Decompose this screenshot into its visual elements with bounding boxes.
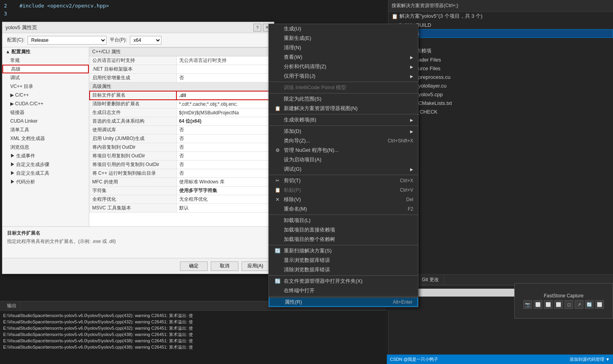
prop-name-arch: 首选的生成工具体系结构 (90, 117, 176, 126)
fs-icon-region[interactable]: ⬜ (554, 300, 563, 309)
tree-item-build-events[interactable]: ▶ 生成事件 (2, 151, 89, 160)
solution-item[interactable]: 📁 Header Files (388, 55, 613, 64)
tree-item-cuda-linker[interactable]: CUDA Linker (2, 117, 89, 125)
tree-item-advanced[interactable]: 高级 (2, 65, 89, 73)
ctx-menu-item[interactable]: 重命名(M) F2 (269, 204, 418, 214)
fs-icon-window[interactable]: ⬜ (544, 300, 553, 309)
ctx-menu-item[interactable]: 限定为此范围(S) (269, 94, 418, 104)
prop-row-lto[interactable]: 全程序优化 无全程序优化 (90, 195, 274, 204)
ctx-menu-item[interactable]: ⚙ 管理 NuGet 程序包(N)... (269, 146, 418, 155)
ctx-menu-item[interactable]: 仅用于项目(J) ▶ (269, 71, 418, 81)
ctx-menu-item[interactable]: 显示浏览数据库错误 (269, 256, 418, 265)
ctx-menu-item[interactable]: 添加(D) ▶ (269, 127, 418, 136)
prop-row-clr-support[interactable]: 公共语言运行时支持 无公共语言运行时支持 (90, 56, 274, 65)
solution-item[interactable]: 📁 Source Files (388, 64, 613, 73)
tree-item-cuda[interactable]: ▶ CUDA C/C++ (2, 99, 89, 108)
prop-row-managed[interactable]: 启用托管增量生成 否 (90, 74, 274, 82)
prop-row-clean-ext[interactable]: 清除时要删除的扩展名 *.cdf;*.cache;*.obj;*.obj.enc… (90, 100, 274, 108)
prop-row-unity[interactable]: 启用 Unity (JUMBO)生成 否 (90, 134, 274, 143)
tree-item-general[interactable]: 常规 (2, 56, 89, 65)
ctx-menu-item[interactable]: 调试(G) ▶ (269, 164, 418, 174)
prop-row-ext[interactable]: 目标文件扩展名 .dll (90, 91, 274, 100)
apply-button[interactable]: 应用(A) (242, 261, 269, 271)
prop-row-msvc[interactable]: MSVC 工具集版本 默认 (90, 204, 274, 213)
ctx-item-label: 清理(N) (284, 44, 413, 51)
ctx-item-label: 管理 NuGet 程序包(N)... (284, 147, 413, 154)
ctx-menu-item[interactable]: 查看(W) ▶ (269, 52, 418, 62)
fs-icon-scroll[interactable]: ◻ (564, 300, 573, 309)
solution-item[interactable]: ERO_CHECK (388, 107, 613, 116)
cancel-button[interactable]: 取消 (211, 261, 238, 271)
prop-row-copy-proj-ref[interactable]: 将项目引用复制到 OutDir 否 (90, 152, 274, 161)
prop-row-copy-sym[interactable]: 将项目引用的符号复制到 OutDir 否 (90, 161, 274, 169)
ctx-menu-item[interactable]: 在终端中打开 (269, 286, 418, 295)
prop-val-arch: 64 位(x64) (176, 117, 274, 126)
ctx-menu-item[interactable]: 属性(R) Alt+Enter (269, 297, 418, 307)
prop-row-mfc[interactable]: MFC 的使用 使用标准 Windows 库 (90, 178, 274, 187)
tree-item-xml-gen[interactable]: XML 文档生成器 (2, 134, 89, 143)
prop-row-debug-lib[interactable]: 使用调试库 否 (90, 126, 274, 134)
ctx-menu-item[interactable]: ✂ 剪切(T) Ctrl+X (269, 176, 418, 185)
ctx-item-label: 剪切(T) (284, 177, 400, 184)
tree-item-browse[interactable]: 浏览信息 (2, 143, 89, 151)
ctx-menu-item[interactable]: 卸载项目(L) (269, 216, 418, 225)
fs-icon-camera[interactable]: 📷 (523, 300, 532, 309)
ctx-menu-item[interactable]: 类向导(Z)... Ctrl+Shift+X (269, 136, 418, 146)
platform-select[interactable]: x64 (130, 36, 161, 45)
tree-item-code-analysis[interactable]: ▶ 代码分析 (2, 177, 89, 186)
tree-item-debug[interactable]: 调试 (2, 73, 89, 82)
ctx-item-label: 添加(D) (284, 128, 407, 135)
dialog-question-btn[interactable]: ? (253, 24, 261, 32)
ctx-item-label: 移除(V) (284, 196, 406, 203)
output-tab[interactable]: 输出 (3, 301, 21, 310)
prop-row-log[interactable]: 生成日志文件 $(IntDir)$(MSBuildProjectNa (90, 108, 274, 117)
ctx-submenu-arrow: ▶ (410, 129, 413, 134)
ctx-menu-item[interactable]: 生成(U) (269, 24, 418, 34)
solution-item[interactable]: 📄 preprocess.cu (388, 73, 613, 81)
ctx-menu-item[interactable]: 📋 新建解决方案资源管理器视图(N) (269, 104, 418, 113)
ctx-menu-item[interactable]: ✕ 移除(V) Del (269, 195, 418, 204)
prop-name-managed: 启用托管增量生成 (90, 74, 176, 82)
fs-icon-fullscreen[interactable]: ⬜ (534, 300, 542, 309)
prop-row-copy-content[interactable]: 将内容复制到 OutDir 否 (90, 143, 274, 152)
prop-row-arch[interactable]: 首选的生成工具体系结构 64 位(x64) (90, 117, 274, 126)
ctx-menu-item[interactable]: 设为启动项目(A) (269, 155, 418, 164)
solution-item[interactable]: ⚙ yolov5 (388, 29, 613, 38)
ok-button[interactable]: 确定 (180, 261, 208, 271)
prop-row-copy-runtime[interactable]: 将 C++ 运行时复制到输出目录 否 (90, 169, 274, 178)
fs-icon-repeat[interactable]: 🔄 (585, 300, 594, 309)
info-title: 目标文件扩展名 (7, 230, 269, 237)
ctx-item-icon: 📋 (274, 187, 281, 193)
ctx-menu-item[interactable]: 分析和代码清理(Z) ▶ (269, 62, 418, 71)
tree-item-custom-build[interactable]: ▶ 自定义生成步骤 (2, 160, 89, 169)
bottom-tab[interactable]: Git 更改 (417, 274, 444, 285)
tree-item-custom-tool[interactable]: ▶ 自定义生成工具 (2, 169, 89, 177)
solution-item[interactable]: 📄 yolollayer.cu (388, 81, 613, 90)
ctx-menu-item[interactable]: 清除浏览数据库错误 (269, 265, 418, 274)
ctx-menu-item[interactable]: 🔄 在文件资源管理器中打开文件夹(X) (269, 276, 418, 286)
ctx-item-label: 生成依赖项(B) (284, 116, 407, 123)
prop-row-charset[interactable]: 字符集 使用多字节字符集 (90, 187, 274, 195)
ctx-menu-item[interactable]: 清理(N) (269, 43, 418, 52)
solution-item[interactable]: 引用 (388, 38, 613, 47)
tree-item-linker[interactable]: 链接器 (2, 108, 89, 117)
ctx-menu-item[interactable]: 加载项目的直接依赖项 (269, 225, 418, 235)
fs-icon-arrow[interactable]: ↗ (575, 300, 583, 309)
solution-item[interactable]: ⚙ ALL_BUILD (388, 21, 613, 29)
ctx-menu-item[interactable]: 重新生成(E) (269, 34, 418, 43)
prop-row-net[interactable]: .NET 目标框架版本 (90, 65, 274, 74)
tree-item-cpp[interactable]: ▶ C/C++ (2, 91, 89, 99)
solution-item[interactable]: 📋 解决方案"yolov5"(3 个项目，共 3 个) (388, 12, 613, 21)
solution-item[interactable]: 外部依赖项 (388, 47, 613, 55)
config-bar: 配置(C): Release 平台(P): x64 (2, 33, 274, 47)
solution-item[interactable]: 📄 CMakeLists.txt (388, 99, 613, 107)
fs-icon-settings[interactable]: ⬜ (595, 300, 604, 309)
tree-section-config-props[interactable]: ▲ 配置属性 (2, 47, 89, 56)
ctx-menu-item[interactable]: 生成依赖项(B) ▶ (269, 115, 418, 125)
solution-item[interactable]: 📄 yolov5.cpp (388, 90, 613, 99)
ctx-menu-item[interactable]: 🔄 重新扫描解决方案(S) (269, 246, 418, 256)
ctx-menu-item[interactable]: 加载项目的整个依赖树 (269, 235, 418, 244)
config-select[interactable]: Release (28, 36, 107, 45)
tree-item-manifest[interactable]: 清单工具 (2, 125, 89, 134)
tree-item-vc-dirs[interactable]: VC++ 目录 (2, 82, 89, 91)
